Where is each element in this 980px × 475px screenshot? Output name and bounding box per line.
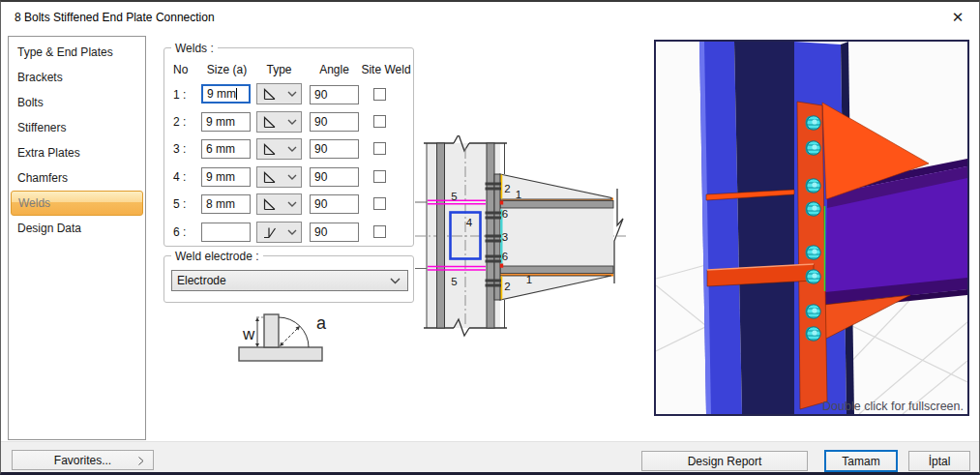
site-weld-checkbox[interactable] bbox=[373, 197, 386, 210]
site-weld-checkbox[interactable] bbox=[373, 170, 386, 183]
weld-type-select[interactable] bbox=[256, 138, 302, 160]
fullscreen-hint: Double click for fullscreen. bbox=[822, 400, 964, 413]
favorites-button[interactable]: Favorites... bbox=[12, 450, 154, 470]
weld-row-label: 3 : bbox=[173, 142, 196, 156]
callout-1-top: 1 bbox=[516, 189, 521, 200]
chevron-down-icon bbox=[287, 119, 297, 126]
weld-size-input[interactable]: 9 mm bbox=[201, 112, 251, 132]
weld-row-label: 1 : bbox=[173, 88, 196, 102]
welds-group-label: Welds : bbox=[171, 42, 218, 55]
weld-electrode-group-label: Weld electrode : bbox=[171, 250, 263, 263]
weld-size-input[interactable] bbox=[201, 223, 251, 242]
sidebar-item-bolts[interactable]: Bolts bbox=[11, 90, 143, 115]
sidebar-item-type-end-plates[interactable]: Type & End Plates bbox=[11, 40, 143, 65]
design-report-button[interactable]: Design Report bbox=[641, 451, 808, 471]
weld-angle-input[interactable]: 90 bbox=[310, 85, 359, 104]
connection-3d-render: Double click for fullscreen. bbox=[656, 42, 967, 414]
chevron-down-icon bbox=[287, 201, 297, 208]
col-header-type: Type bbox=[256, 63, 302, 76]
connection-2d-diagram: 5 2 1 6 4 3 6 5 2 1 bbox=[412, 135, 630, 341]
connection-dialog: 8 Bolts Stiffened End Plate Connection ✕… bbox=[0, 0, 980, 475]
chevron-down-icon bbox=[390, 278, 401, 284]
callout-6-top: 6 bbox=[502, 208, 508, 220]
fillet-weld-icon bbox=[262, 171, 277, 184]
weld-angle-input[interactable]: 90 bbox=[310, 167, 359, 187]
callout-1-bottom: 1 bbox=[526, 274, 532, 285]
sidebar-item-welds[interactable]: Welds bbox=[11, 191, 143, 216]
sidebar-item-stiffeners[interactable]: Stiffeners bbox=[11, 115, 143, 140]
fillet-weld-icon bbox=[262, 198, 277, 211]
title-bar: 8 Bolts Stiffened End Plate Connection ✕ bbox=[1, 2, 979, 33]
weld-angle-input[interactable]: 90 bbox=[310, 223, 359, 242]
page-title: 8 Bolts Stiffened End Plate Connection bbox=[15, 11, 215, 24]
fillet-weld-icon bbox=[262, 116, 277, 129]
weld-type-select[interactable] bbox=[256, 193, 302, 215]
chevron-down-icon bbox=[287, 146, 297, 153]
col-header-angle: Angle bbox=[310, 63, 359, 76]
weld-size-input[interactable]: 8 mm bbox=[201, 194, 251, 214]
fillet-weld-icon bbox=[262, 88, 277, 101]
welds-group: Welds : No Size (a) Type Angle Site Weld… bbox=[163, 47, 414, 247]
col-header-no: No bbox=[173, 63, 188, 76]
callout-5-bottom: 5 bbox=[451, 276, 457, 287]
callout-6-bottom: 6 bbox=[502, 251, 508, 262]
chevron-down-icon bbox=[287, 91, 297, 98]
callout-2-top: 2 bbox=[504, 183, 510, 194]
weld-size-input[interactable]: 9 mm bbox=[201, 84, 251, 104]
weld-size-input[interactable]: 6 mm bbox=[201, 139, 251, 159]
ok-button[interactable]: Tamam bbox=[824, 450, 898, 472]
weld-row-label: 4 : bbox=[173, 170, 196, 184]
sidebar-item-chamfers[interactable]: Chamfers bbox=[11, 165, 143, 191]
site-weld-checkbox[interactable] bbox=[373, 88, 386, 101]
weld-row-label: 5 : bbox=[173, 197, 196, 211]
flyout-arrow-icon bbox=[138, 457, 144, 465]
callout-3: 3 bbox=[502, 231, 508, 243]
sidebar-item-brackets[interactable]: Brackets bbox=[11, 65, 143, 90]
sidebar-item-extra-plates[interactable]: Extra Plates bbox=[11, 140, 143, 165]
sidebar-item-design-data[interactable]: Design Data bbox=[11, 216, 143, 241]
weld-row-label: 6 : bbox=[173, 225, 196, 239]
weld-throat-diagram: w a bbox=[231, 308, 338, 371]
callout-4: 4 bbox=[466, 217, 473, 228]
fillet-weld-icon bbox=[262, 143, 277, 156]
weld-angle-input[interactable]: 90 bbox=[310, 194, 359, 214]
weld-type-select[interactable] bbox=[256, 222, 302, 243]
electrode-combobox[interactable]: Electrode bbox=[171, 270, 408, 291]
weld-type-select[interactable] bbox=[256, 111, 302, 133]
text-caret bbox=[236, 88, 237, 100]
col-header-site-weld: Site Weld bbox=[361, 63, 411, 76]
chevron-down-icon bbox=[287, 229, 297, 236]
bevel-weld-icon bbox=[262, 226, 277, 239]
viewer-3d[interactable]: Double click for fullscreen. bbox=[654, 40, 969, 416]
cancel-button[interactable]: İptal bbox=[908, 451, 970, 471]
site-weld-checkbox[interactable] bbox=[373, 115, 386, 128]
weld-size-input[interactable]: 9 mm bbox=[201, 167, 251, 187]
weld-type-select[interactable] bbox=[256, 83, 302, 104]
callout-2-bottom: 2 bbox=[504, 281, 510, 292]
close-icon[interactable]: ✕ bbox=[946, 7, 969, 28]
chevron-down-icon bbox=[287, 174, 297, 181]
site-weld-checkbox[interactable] bbox=[373, 225, 386, 238]
weld-leg-label: w bbox=[242, 325, 255, 343]
weld-type-select[interactable] bbox=[256, 166, 302, 188]
callout-5-top: 5 bbox=[451, 191, 457, 202]
weld-row-label: 2 : bbox=[173, 115, 196, 129]
weld-electrode-group: Weld electrode : Electrode bbox=[163, 255, 414, 303]
weld-throat-label: a bbox=[316, 313, 327, 333]
category-sidebar: Type & End Plates Brackets Bolts Stiffen… bbox=[8, 36, 146, 440]
weld-angle-input[interactable]: 90 bbox=[310, 112, 359, 132]
weld-angle-input[interactable]: 90 bbox=[310, 139, 359, 159]
footer-bar: Favorites... Design Report Tamam İptal bbox=[1, 441, 979, 474]
col-header-size: Size (a) bbox=[202, 63, 252, 76]
site-weld-checkbox[interactable] bbox=[373, 142, 386, 155]
